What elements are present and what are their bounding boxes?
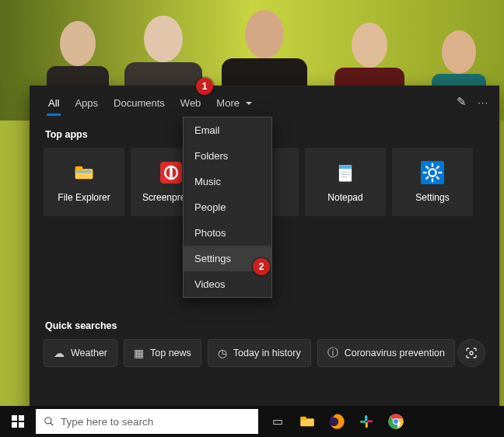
- tile-file-explorer[interactable]: File Explorer: [44, 148, 124, 216]
- svg-rect-2: [76, 171, 92, 173]
- file-explorer-icon: [72, 161, 96, 184]
- settings-gear-icon: [421, 161, 444, 184]
- svg-rect-8: [339, 165, 352, 169]
- tile-label: Settings: [415, 192, 449, 203]
- dropdown-item-videos[interactable]: Videos: [184, 271, 271, 297]
- tab-documents[interactable]: Documents: [106, 89, 173, 116]
- more-options-icon[interactable]: ···: [478, 96, 488, 108]
- svg-rect-5: [170, 166, 173, 180]
- dropdown-item-people[interactable]: People: [184, 194, 271, 220]
- taskbar-app-file-explorer[interactable]: [297, 411, 317, 432]
- search-icon: [44, 416, 54, 427]
- dropdown-item-folders[interactable]: Folders: [184, 143, 271, 169]
- windows-logo-icon: [12, 415, 24, 428]
- tab-more[interactable]: More: [208, 89, 259, 116]
- taskbar: Type here to search ▭: [0, 406, 504, 437]
- tile-label: File Explorer: [58, 192, 110, 203]
- chip-coronavirus[interactable]: ⓘ Coronavirus prevention: [317, 339, 455, 367]
- chip-label: Top news: [150, 348, 191, 358]
- taskbar-app-slack[interactable]: [356, 411, 376, 432]
- chip-weather[interactable]: ☁ Weather: [44, 339, 117, 367]
- chip-top-news[interactable]: ▦ Top news: [124, 339, 201, 367]
- feedback-icon[interactable]: ✎: [457, 95, 467, 109]
- search-placeholder: Type here to search: [61, 416, 153, 428]
- chip-label: Coronavirus prevention: [345, 348, 445, 358]
- chevron-down-icon: [246, 102, 252, 108]
- tab-apps[interactable]: Apps: [67, 89, 106, 116]
- weather-icon: ☁: [54, 347, 65, 359]
- windows-search-panel: All Apps Documents Web More ✎ ··· Top ap…: [30, 86, 499, 413]
- tab-more-label: More: [216, 97, 240, 109]
- annotation-1: 1: [196, 78, 213, 95]
- chip-label: Today in history: [233, 348, 301, 358]
- info-icon: ⓘ: [327, 346, 338, 360]
- quick-searches-heading: Quick searches: [45, 320, 117, 331]
- chip-label: Weather: [71, 348, 107, 358]
- tile-label: Notepad: [327, 192, 362, 203]
- svg-rect-26: [300, 417, 306, 420]
- tile-settings[interactable]: Settings: [392, 148, 473, 216]
- screenshot-search-button[interactable]: [457, 339, 485, 367]
- svg-point-22: [470, 351, 473, 355]
- dropdown-item-email[interactable]: Email: [184, 117, 271, 143]
- taskbar-search-input[interactable]: Type here to search: [36, 409, 258, 434]
- taskbar-app-chrome[interactable]: [386, 411, 406, 432]
- svg-rect-1: [75, 166, 83, 171]
- dropdown-item-photos[interactable]: Photos: [184, 220, 271, 246]
- news-icon: ▦: [134, 347, 144, 359]
- dropdown-item-music[interactable]: Music: [184, 169, 271, 194]
- tile-notepad[interactable]: Notepad: [305, 148, 386, 216]
- svg-rect-30: [366, 422, 368, 428]
- svg-point-23: [45, 418, 51, 424]
- taskbar-app-firefox[interactable]: [327, 411, 347, 432]
- history-icon: ◷: [218, 347, 227, 359]
- task-view-button[interactable]: ▭: [268, 411, 288, 432]
- svg-line-24: [51, 423, 54, 426]
- svg-rect-29: [360, 421, 366, 423]
- search-tabs: All Apps Documents Web More ✎ ···: [30, 86, 499, 118]
- svg-rect-28: [365, 415, 367, 421]
- start-button[interactable]: [0, 406, 36, 437]
- chip-today-in-history[interactable]: ◷ Today in history: [208, 339, 311, 367]
- svg-rect-31: [367, 420, 373, 422]
- screenpresso-icon: [159, 161, 183, 184]
- quick-search-chips: ☁ Weather ▦ Top news ◷ Today in history …: [44, 339, 455, 367]
- annotation-2: 2: [253, 258, 270, 275]
- notepad-icon: [334, 161, 357, 184]
- tab-all[interactable]: All: [40, 89, 67, 116]
